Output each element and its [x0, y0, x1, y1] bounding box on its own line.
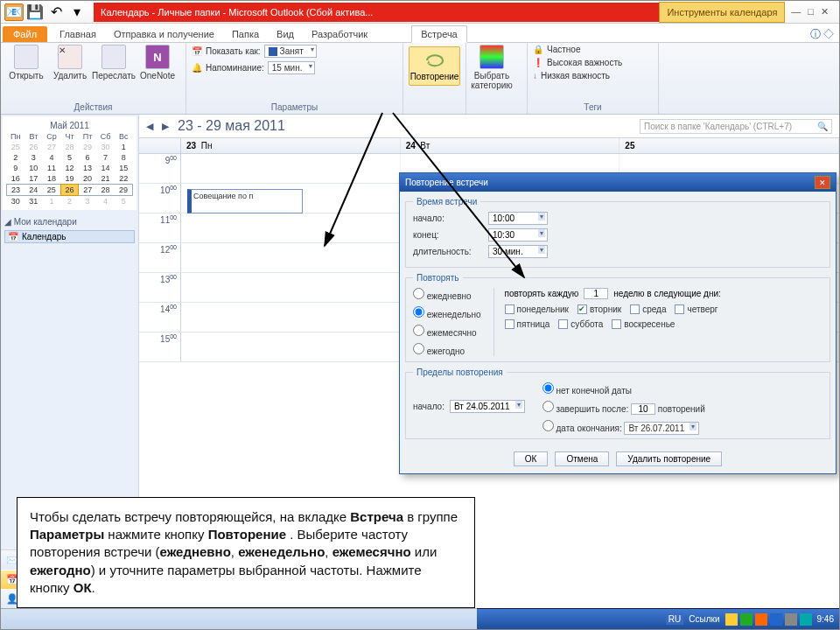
reminder-label: Напоминание:: [206, 63, 264, 73]
help-icon[interactable]: ⓘ ◇: [810, 27, 839, 42]
calendar-item[interactable]: 📅Календарь: [4, 230, 135, 243]
open-button[interactable]: Открыть: [6, 45, 46, 80]
delete-icon: ✕: [58, 45, 82, 69]
occurrences-input[interactable]: [631, 403, 655, 415]
yearly-radio[interactable]: ежегодно: [413, 343, 481, 356]
recurrence-button[interactable]: Повторение: [409, 46, 460, 86]
tue-check[interactable]: ✔вторник: [578, 304, 621, 314]
calendar-icon: 📅: [8, 232, 18, 242]
low-importance-label[interactable]: Низкая важность: [541, 71, 610, 80]
tab-home[interactable]: Главная: [51, 26, 105, 42]
forward-icon: [102, 45, 126, 69]
next-week-button[interactable]: ▶: [162, 121, 169, 132]
calendar-mini-icon: 📅: [192, 46, 202, 56]
time-fieldset-legend: Время встречи: [413, 197, 480, 206]
end-time-combo[interactable]: 10:30: [488, 228, 548, 242]
clock: 9:46: [817, 614, 834, 624]
windows-taskbar: RU Ссылки 9:46: [477, 608, 839, 629]
recurrence-icon: [423, 51, 447, 70]
search-input[interactable]: Поиск в папке 'Календарь' (CTRL+7)🔍: [640, 119, 832, 134]
open-folder-icon: [14, 45, 38, 69]
end-by-combo[interactable]: Вт 26.07.2011: [624, 422, 699, 435]
sat-check[interactable]: суббота: [558, 319, 603, 329]
lang-indicator[interactable]: RU: [666, 613, 683, 625]
mon-check[interactable]: понедельник: [505, 304, 569, 314]
private-label[interactable]: Частное: [547, 45, 580, 54]
low-importance-icon: ↓: [533, 71, 537, 80]
forward-button[interactable]: Переслать: [94, 45, 134, 80]
tab-folder[interactable]: Папка: [223, 26, 268, 42]
categorize-button[interactable]: Выбрать категорию: [472, 45, 512, 90]
high-importance-icon: ❗: [533, 58, 543, 67]
duration-combo[interactable]: 30 мин.: [488, 245, 548, 258]
start-time-combo[interactable]: 10:00: [488, 212, 548, 225]
lock-icon: 🔒: [533, 45, 543, 54]
window-title-bar: Календарь - Личные папки - Microsoft Out…: [94, 3, 784, 22]
onenote-button[interactable]: NOneNote: [137, 45, 178, 80]
instruction-callout: Чтобы сделать встречу повторяющейся, на …: [17, 497, 475, 608]
tab-meeting[interactable]: Встреча: [411, 25, 467, 43]
tab-sendreceive[interactable]: Отправка и получение: [105, 26, 223, 42]
group-tags-label: Теги: [533, 102, 653, 114]
tab-developer[interactable]: Разработчик: [303, 26, 376, 42]
day-header[interactable]: 24 Вт: [401, 138, 620, 153]
thu-check[interactable]: четверг: [675, 304, 718, 314]
maximize-icon[interactable]: □: [808, 6, 814, 18]
day-header[interactable]: 25: [620, 138, 839, 153]
end-after-radio[interactable]: завершить после: повторений: [542, 401, 705, 415]
day-header[interactable]: 23 Пн: [181, 138, 401, 153]
monthly-radio[interactable]: ежемесячно: [413, 325, 481, 338]
every-n-input[interactable]: [584, 288, 608, 299]
dialog-close-button[interactable]: ✕: [815, 176, 830, 189]
pattern-fieldset-legend: Повторять: [413, 273, 463, 283]
appointment-block[interactable]: Совещание по п: [187, 189, 303, 214]
range-start-combo[interactable]: Вт 24.05.2011: [450, 400, 525, 413]
links-label[interactable]: Ссылки: [689, 614, 719, 624]
window-title: Календарь - Личные папки - Microsoft Out…: [101, 7, 373, 18]
range-fieldset-legend: Пределы повторения: [413, 368, 507, 377]
reminder-combo[interactable]: 15 мин.: [268, 61, 316, 74]
quick-access-toolbar: 📧 💾 ↶ ▾ Календарь - Личные папки - Micro…: [1, 1, 839, 24]
delete-button[interactable]: ✕Удалить: [50, 45, 90, 80]
high-importance-label[interactable]: Высокая важность: [547, 58, 622, 67]
window-controls: — □ ✕: [784, 6, 836, 18]
show-as-label: Показать как:: [206, 46, 261, 56]
my-calendars-caption[interactable]: ◢ Мои календари: [4, 217, 135, 228]
minimize-icon[interactable]: —: [791, 6, 801, 18]
qat-dropdown-icon[interactable]: ▾: [67, 4, 87, 21]
category-icon: [480, 45, 504, 69]
bell-icon: 🔔: [192, 63, 202, 73]
wed-check[interactable]: среда: [630, 304, 666, 314]
daily-radio[interactable]: ежедневно: [413, 288, 481, 301]
qat-save-icon[interactable]: 💾: [25, 4, 45, 21]
system-tray[interactable]: [725, 613, 812, 626]
fri-check[interactable]: пятница: [505, 319, 550, 329]
weekly-radio[interactable]: еженедельно: [413, 306, 481, 319]
tab-view[interactable]: Вид: [268, 26, 303, 42]
ribbon: Открыть ✕Удалить Переслать NOneNote Дейс…: [1, 43, 839, 115]
remove-recurrence-button[interactable]: Удалить повторение: [616, 452, 722, 466]
date-navigator[interactable]: Май 2011 ПнВтСрЧтПтСбВс 2526272829301 23…: [3, 116, 136, 210]
contextual-tab-label: Инструменты календаря: [659, 2, 785, 23]
qat-undo-icon[interactable]: ↶: [46, 4, 66, 21]
file-tab[interactable]: Файл: [3, 26, 47, 42]
group-options-label: Параметры: [192, 102, 397, 114]
sun-check[interactable]: воскресенье: [612, 319, 675, 329]
ok-button[interactable]: ОК: [514, 452, 549, 466]
recurrence-dialog: Повторение встречи✕ Время встречи начало…: [399, 172, 836, 474]
month-title: Май 2011: [6, 120, 133, 131]
show-as-combo[interactable]: Занят: [264, 45, 317, 58]
ribbon-tabs: Файл Главная Отправка и получение Папка …: [1, 24, 839, 43]
search-icon: 🔍: [817, 122, 828, 131]
no-end-radio[interactable]: нет конечной даты: [542, 382, 705, 396]
date-range: 23 - 29 мая 2011: [178, 118, 285, 134]
cancel-button[interactable]: Отмена: [555, 452, 609, 466]
outlook-icon[interactable]: 📧: [4, 4, 24, 21]
close-icon[interactable]: ✕: [821, 6, 829, 18]
prev-week-button[interactable]: ◀: [146, 121, 153, 132]
group-actions-label: Действия: [6, 102, 180, 114]
end-by-radio[interactable]: дата окончания: Вт 26.07.2011: [542, 420, 705, 433]
dialog-title: Повторение встречи: [405, 178, 488, 187]
onenote-icon: N: [145, 45, 170, 69]
